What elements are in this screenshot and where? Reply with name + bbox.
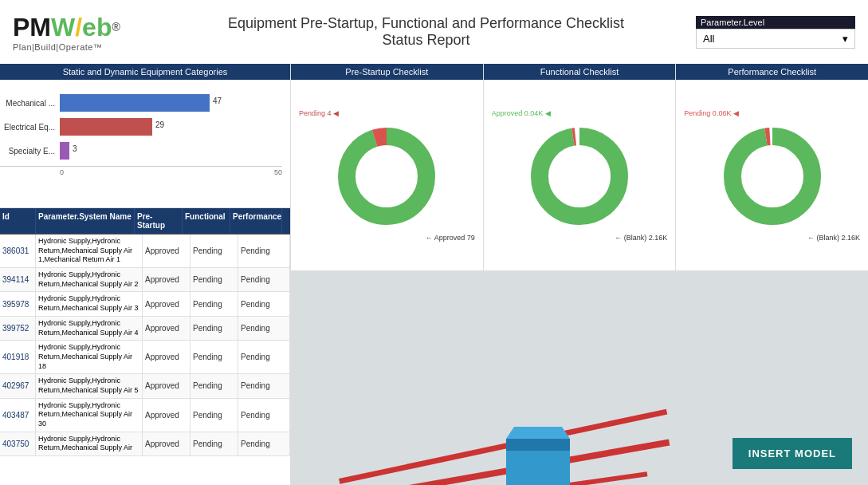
td-performance: Pending [238, 268, 290, 291]
functional-donut [524, 120, 635, 232]
bar-label-specialty: Specialty E... [0, 147, 60, 156]
th-performance: Performance [230, 208, 282, 234]
td-functional: Pending [190, 292, 238, 315]
right-panel: Pre-Startup Checklist Pending 4 ◀ ← Appr… [291, 64, 868, 485]
table-row[interactable]: 403487 Hydronic Supply,Hydronic Return,M… [0, 399, 290, 432]
performance-donut [717, 120, 828, 232]
bar-label-electrical: Electrical Eq... [0, 123, 60, 132]
table-row[interactable]: 399752 Hydronic Supply,Hydronic Return,M… [0, 317, 290, 341]
performance-container: Pending 0.06K ◀ ← (Blank) 2.16K [676, 80, 868, 270]
performance-header: Performance Checklist [676, 64, 868, 80]
table-wrapper: Id Parameter.System Name Pre-Startup Fun… [0, 208, 290, 456]
model-area: INSERT MODEL [291, 271, 868, 485]
td-id: 403487 [0, 399, 36, 432]
td-functional: Pending [190, 341, 238, 373]
logo-w-text: W [51, 13, 75, 41]
td-id: 386031 [0, 235, 36, 267]
left-panel: Static and Dynamic Equipment Categories … [0, 64, 291, 485]
table-row[interactable]: 403750 Hydronic Supply,Hydronic Return,M… [0, 432, 290, 456]
table-row[interactable]: 394114 Hydronic Supply,Hydronic Return,M… [0, 268, 290, 292]
td-prestartup: Approved [143, 268, 190, 291]
insert-model-button[interactable]: INSERT MODEL [732, 438, 852, 469]
table-row[interactable]: 402967 Hydronic Supply,Hydronic Return,M… [0, 374, 290, 398]
prestartup-donut [331, 120, 442, 232]
td-performance: Pending [238, 235, 290, 267]
prestartup-header: Pre-Startup Checklist [291, 64, 483, 80]
table-inner: Id Parameter.System Name Pre-Startup Fun… [0, 208, 290, 456]
bar-label-mechanical: Mechanical ... [0, 99, 60, 108]
prestartup-section: Pre-Startup Checklist Pending 4 ◀ ← Appr… [291, 64, 484, 270]
param-area: Parameter.Level All ▾ [696, 16, 855, 49]
td-prestartup: Approved [143, 292, 190, 315]
td-functional: Pending [190, 268, 238, 291]
td-id: 399752 [0, 317, 36, 340]
bar-section: Static and Dynamic Equipment Categories … [0, 64, 290, 208]
chevron-down-icon: ▾ [842, 33, 848, 45]
bar-value-specialty: 3 [73, 144, 77, 153]
title-area: Equipment Pre-Startup, Functional and Pe… [156, 15, 696, 49]
table-body[interactable]: 386031 Hydronic Supply,Hydronic Return,M… [0, 235, 290, 456]
bar-chart: Mechanical ... 47 Electrical Eq... 29 Sp… [0, 80, 290, 207]
svg-point-8 [742, 146, 803, 207]
logo-sub-text: Plan|Build|Operate™ [13, 42, 156, 52]
functional-section: Functional Checklist Approved 0.04K ◀ ← … [484, 64, 677, 270]
title-line1: Equipment Pre-Startup, Functional and Pe… [228, 15, 624, 31]
table-header: Id Parameter.System Name Pre-Startup Fun… [0, 208, 290, 235]
donuts-row: Pre-Startup Checklist Pending 4 ◀ ← Appr… [291, 64, 868, 271]
svg-point-5 [549, 146, 610, 207]
td-prestartup: Approved [143, 317, 190, 340]
td-prestartup: Approved [143, 341, 190, 373]
functional-approved-label: Approved 0.04K ◀ [492, 109, 551, 117]
td-name: Hydronic Supply,Hydronic Return,Mechanic… [36, 292, 143, 315]
td-performance: Pending [238, 341, 290, 373]
logo-pm-text: PM [13, 13, 51, 41]
bar-container-specialty: 3 [60, 142, 282, 160]
logo-slash-text: / [75, 13, 82, 41]
td-id: 402967 [0, 374, 36, 397]
td-name: Hydronic Supply,Hydronic Return,Mechanic… [36, 432, 143, 455]
td-name: Hydronic Supply,Hydronic Return,Mechanic… [36, 235, 143, 267]
bar-container-electrical: 29 [60, 118, 282, 136]
logo: PMW/eb® [13, 13, 156, 42]
td-id: 401918 [0, 341, 36, 373]
bar-value-mechanical: 47 [213, 97, 222, 105]
svg-point-2 [356, 146, 417, 207]
td-performance: Pending [238, 432, 290, 455]
param-select[interactable]: All ▾ [696, 29, 855, 49]
svg-rect-16 [506, 439, 570, 451]
bar-electrical [60, 118, 152, 136]
td-functional: Pending [190, 235, 238, 267]
td-functional: Pending [190, 317, 238, 340]
svg-rect-15 [506, 447, 570, 485]
table-row[interactable]: 395978 Hydronic Supply,Hydronic Return,M… [0, 292, 290, 316]
performance-blank-label: ← (Blank) 2.16K [807, 234, 860, 242]
table-row[interactable]: 386031 Hydronic Supply,Hydronic Return,M… [0, 235, 290, 268]
prestartup-approved-label: ← Approved 79 [426, 234, 475, 242]
bar-specialty [60, 142, 69, 160]
bar-section-header: Static and Dynamic Equipment Categories [0, 64, 290, 80]
td-functional: Pending [190, 399, 238, 432]
th-functional: Functional [183, 208, 230, 234]
bar-container-mechanical: 47 [60, 94, 282, 112]
td-name: Hydronic Supply,Hydronic Return,Mechanic… [36, 268, 143, 291]
td-prestartup: Approved [143, 374, 190, 397]
logo-area: PMW/eb® Plan|Build|Operate™ [13, 13, 156, 52]
td-prestartup: Approved [143, 235, 190, 267]
td-name: Hydronic Supply,Hydronic Return,Mechanic… [36, 341, 143, 373]
main: Static and Dynamic Equipment Categories … [0, 64, 868, 485]
bar-mechanical [60, 94, 210, 112]
td-id: 394114 [0, 268, 36, 291]
prestartup-container: Pending 4 ◀ ← Approved 79 [291, 80, 483, 270]
axis-max: 50 [274, 168, 282, 176]
bar-row-specialty: Specialty E... 3 [0, 142, 282, 160]
bar-axis: 0 50 [0, 166, 282, 176]
functional-container: Approved 0.04K ◀ ← (Blank) 2.16K [484, 80, 676, 270]
th-scroll [282, 208, 290, 234]
td-name: Hydronic Supply,Hydronic Return,Mechanic… [36, 374, 143, 397]
td-prestartup: Approved [143, 399, 190, 432]
td-functional: Pending [190, 432, 238, 455]
table-row[interactable]: 401918 Hydronic Supply,Hydronic Return,M… [0, 341, 290, 374]
header: PMW/eb® Plan|Build|Operate™ Equipment Pr… [0, 0, 868, 64]
param-value: All [703, 33, 714, 45]
td-prestartup: Approved [143, 432, 190, 455]
